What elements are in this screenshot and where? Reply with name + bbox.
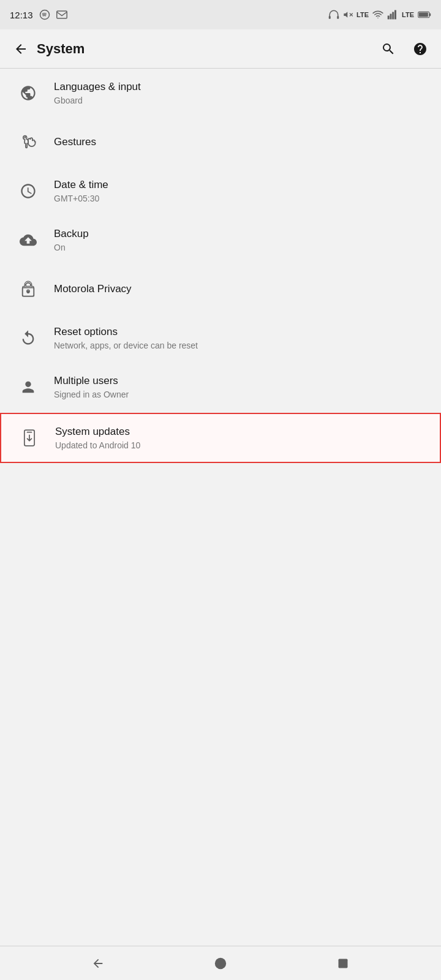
users-title: Multiple users xyxy=(54,374,429,388)
page-title: System xyxy=(37,41,375,57)
gmail-icon xyxy=(56,10,67,19)
users-subtitle: Signed in as Owner xyxy=(54,389,429,400)
battery-icon xyxy=(418,10,431,19)
settings-item-gestures[interactable]: Gestures xyxy=(0,118,441,167)
back-nav-button[interactable] xyxy=(85,950,111,977)
svg-rect-2 xyxy=(329,16,331,19)
status-bar-right: LTE LTE xyxy=(328,9,431,20)
backup-icon xyxy=(12,232,44,249)
reset-icon xyxy=(12,330,44,347)
system-update-icon xyxy=(13,429,45,447)
svg-rect-1 xyxy=(56,11,67,18)
settings-item-backup[interactable]: Backup On xyxy=(0,216,441,265)
backup-title: Backup xyxy=(54,227,429,241)
home-circle-icon xyxy=(214,957,227,970)
status-time: 12:13 xyxy=(10,10,33,20)
signal-icon xyxy=(387,9,398,20)
languages-title: Languages & input xyxy=(54,80,429,94)
datetime-subtitle: GMT+05:30 xyxy=(54,193,429,204)
back-triangle-icon xyxy=(91,957,105,970)
search-icon xyxy=(381,42,396,56)
svg-point-14 xyxy=(27,290,30,293)
reset-title: Reset options xyxy=(54,325,429,339)
home-nav-button[interactable] xyxy=(207,950,234,977)
help-button[interactable] xyxy=(407,36,434,62)
settings-item-languages[interactable]: Languages & input Gboard xyxy=(0,69,441,118)
svg-rect-8 xyxy=(392,12,394,20)
status-bar: 12:13 LTE xyxy=(0,0,441,29)
updates-subtitle: Updated to Android 10 xyxy=(55,440,428,451)
bottom-nav xyxy=(0,946,441,980)
settings-list: Languages & input Gboard Gestures Date &… xyxy=(0,69,441,946)
reset-subtitle: Network, apps, or device can be reset xyxy=(54,340,429,351)
settings-item-datetime[interactable]: Date & time GMT+05:30 xyxy=(0,167,441,216)
settings-item-users[interactable]: Multiple users Signed in as Owner xyxy=(0,363,441,412)
globe-icon xyxy=(12,85,44,102)
svg-rect-9 xyxy=(394,10,396,20)
privacy-title: Motorola Privacy xyxy=(54,282,429,296)
backup-subtitle: On xyxy=(54,242,429,253)
headphones-icon xyxy=(328,9,339,20)
svg-rect-7 xyxy=(390,14,392,20)
users-icon xyxy=(12,379,44,396)
languages-subtitle: Gboard xyxy=(54,95,429,106)
svg-rect-11 xyxy=(429,13,431,17)
gestures-icon xyxy=(12,134,44,151)
back-button[interactable] xyxy=(7,36,34,62)
svg-point-17 xyxy=(215,957,226,968)
recents-square-icon xyxy=(337,957,349,970)
settings-item-reset[interactable]: Reset options Network, apps, or device c… xyxy=(0,314,441,363)
svg-rect-3 xyxy=(337,16,339,19)
spotify-icon xyxy=(39,9,50,20)
lte-icon: LTE xyxy=(356,11,369,18)
updates-title: System updates xyxy=(55,425,428,439)
svg-rect-18 xyxy=(339,959,348,968)
lte2-icon: LTE xyxy=(402,11,414,18)
settings-item-privacy[interactable]: Motorola Privacy xyxy=(0,265,441,314)
status-bar-left: 12:13 xyxy=(10,9,67,20)
clock-icon xyxy=(12,183,44,200)
settings-item-updates[interactable]: System updates Updated to Android 10 xyxy=(0,413,441,463)
header: System xyxy=(0,29,441,69)
search-button[interactable] xyxy=(375,36,402,62)
recents-nav-button[interactable] xyxy=(330,950,356,977)
help-icon xyxy=(413,42,428,56)
mute-icon xyxy=(343,9,353,20)
datetime-title: Date & time xyxy=(54,178,429,192)
header-actions xyxy=(375,36,434,62)
privacy-icon xyxy=(12,281,44,298)
svg-rect-6 xyxy=(388,16,390,20)
wifi-icon xyxy=(372,9,383,20)
back-arrow-icon xyxy=(13,42,28,56)
gestures-title: Gestures xyxy=(54,135,429,149)
svg-rect-12 xyxy=(419,12,428,17)
